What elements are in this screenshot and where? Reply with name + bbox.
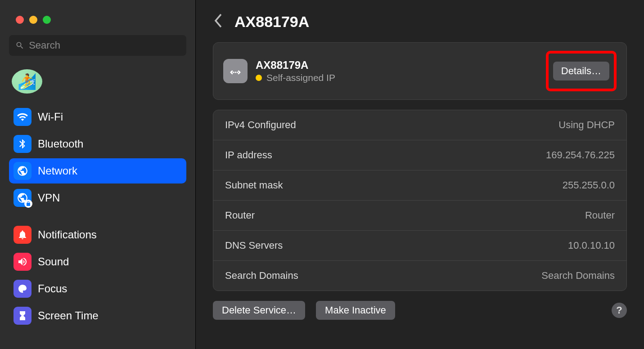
sidebar-item-label: Bluetooth [38, 138, 83, 150]
chevron-left-icon [213, 13, 224, 29]
detail-label: Search Domains [225, 270, 298, 282]
sidebar-item-notifications[interactable]: Notifications [9, 222, 186, 247]
sidebar-item-focus[interactable]: Focus [9, 276, 186, 301]
annotation-highlight: Details… [546, 51, 617, 91]
sidebar-item-bluetooth[interactable]: Bluetooth [9, 131, 186, 157]
sidebar-item-network[interactable]: Network [9, 158, 186, 183]
svg-point-2 [237, 72, 238, 73]
sidebar-item-label: Notifications [38, 228, 97, 241]
detail-row: Subnet mask 255.255.0.0 [213, 170, 626, 201]
sound-icon [14, 253, 32, 271]
content-header: AX88179A [213, 13, 627, 31]
detail-value: 255.255.0.0 [563, 179, 615, 191]
detail-label: IP address [225, 149, 272, 161]
help-button[interactable]: ? [612, 303, 627, 318]
detail-row: Search Domains Search Domains [213, 261, 626, 291]
sidebar-item-label: Network [38, 165, 77, 177]
detail-row: DNS Servers 10.0.10.10 [213, 231, 626, 261]
details-card: IPv4 Configured Using DHCP IP address 16… [213, 110, 627, 291]
sidebar-item-sound[interactable]: Sound [9, 249, 186, 274]
status-dot-icon [256, 75, 262, 81]
sidebar-item-label: Sound [38, 255, 69, 268]
focus-icon [14, 280, 32, 298]
search-icon [15, 40, 24, 50]
detail-label: DNS Servers [225, 240, 283, 251]
ethernet-adapter-icon [223, 59, 248, 83]
delete-service-button[interactable]: Delete Service… [213, 301, 305, 320]
sidebar-item-label: VPN [38, 192, 60, 204]
make-inactive-button[interactable]: Make Inactive [316, 301, 395, 320]
sidebar-item-wifi[interactable]: Wi-Fi [9, 104, 186, 130]
details-button[interactable]: Details… [553, 62, 609, 81]
wifi-icon [14, 108, 32, 126]
detail-row: IPv4 Configured Using DHCP [213, 110, 626, 140]
detail-label: Router [225, 210, 255, 221]
bottom-action-bar: Delete Service… Make Inactive ? [213, 301, 627, 320]
detail-label: Subnet mask [225, 179, 283, 191]
svg-point-1 [234, 72, 236, 73]
notifications-icon [14, 226, 32, 244]
search-input[interactable] [29, 40, 180, 51]
sidebar-item-vpn[interactable]: VPN [9, 185, 186, 210]
detail-value: 169.254.76.225 [546, 149, 615, 161]
minimize-window-button[interactable] [29, 16, 37, 24]
interface-name: AX88179A [256, 59, 534, 72]
content-area: AX88179A AX88179A Self-assigned IP Detai… [196, 0, 644, 349]
svg-point-0 [233, 72, 234, 73]
close-window-button[interactable] [16, 16, 24, 24]
detail-value: Using DHCP [558, 119, 615, 131]
detail-value: 10.0.10.10 [568, 240, 615, 251]
interface-status-text: Self-assigned IP [266, 72, 335, 83]
detail-label: IPv4 Configured [225, 119, 296, 131]
detail-row: Router Router [213, 201, 626, 231]
interface-status: Self-assigned IP [256, 72, 534, 83]
page-title: AX88179A [234, 13, 309, 31]
network-icon [14, 162, 32, 180]
detail-value: Router [585, 210, 615, 221]
detail-row: IP address 169.254.76.225 [213, 140, 626, 170]
sidebar-item-label: Focus [38, 282, 67, 295]
sidebar-item-label: Screen Time [38, 309, 99, 322]
bluetooth-icon [14, 135, 32, 153]
vpn-icon [14, 189, 32, 207]
screen-time-icon [14, 307, 32, 325]
detail-value: Search Domains [541, 270, 615, 282]
back-button[interactable] [213, 13, 224, 31]
fullscreen-window-button[interactable] [43, 16, 51, 24]
sidebar-item-label: Wi-Fi [38, 111, 63, 123]
sidebar-item-screen-time[interactable]: Screen Time [9, 303, 186, 328]
interface-card: AX88179A Self-assigned IP Details… [213, 42, 627, 100]
sidebar: 🏄 Wi-Fi Bluetooth Network [0, 0, 196, 349]
window-controls [16, 16, 186, 24]
search-box[interactable] [9, 35, 186, 56]
avatar[interactable]: 🏄 [12, 69, 42, 94]
